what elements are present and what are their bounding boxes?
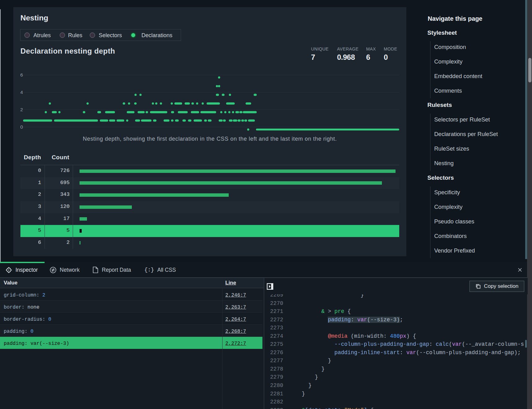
svg-text:4: 4 bbox=[20, 90, 23, 95]
svg-text:0: 0 bbox=[20, 124, 23, 130]
svg-text:2: 2 bbox=[20, 107, 23, 112]
svg-text:6: 6 bbox=[20, 72, 23, 77]
